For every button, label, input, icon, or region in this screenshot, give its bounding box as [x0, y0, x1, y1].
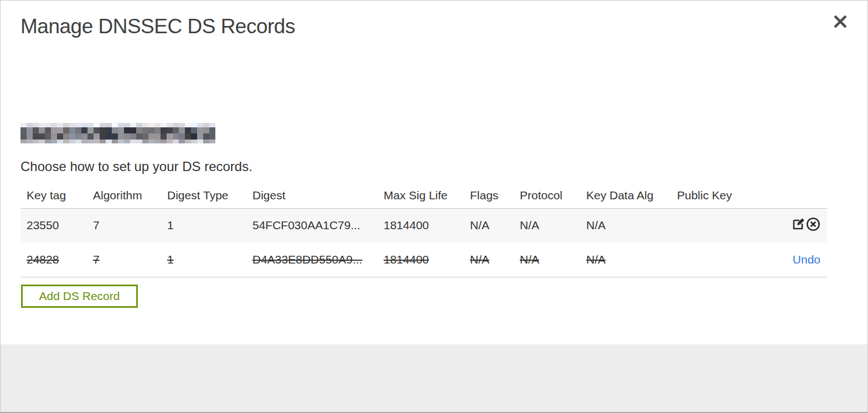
column-header-key-tag: Key tag [20, 183, 87, 208]
cell-text: N/A [520, 219, 539, 231]
cell-max-sig-life: 1814400 [378, 242, 464, 277]
cell-text: 23550 [27, 219, 59, 231]
cell-key-tag: 23550 [20, 208, 87, 242]
close-icon [833, 22, 848, 30]
cell-public-key [671, 208, 737, 242]
cell-key-data-alg: N/A [580, 242, 671, 277]
column-header-protocol: Protocol [514, 183, 580, 208]
cell-text: 1 [167, 219, 174, 231]
cell-key-tag: 24828 [20, 242, 87, 277]
cell-text: 54FCF030AA1C79... [252, 219, 360, 231]
column-header-max-sig-life: Max Sig Life [378, 183, 464, 208]
cell-public-key [671, 242, 737, 277]
cell-flags: N/A [464, 208, 514, 242]
column-header-flags: Flags [464, 183, 514, 208]
modal-footer: Save Cancel [1, 344, 867, 412]
cell-text: 7 [93, 219, 100, 231]
cell-text: 1 [167, 253, 174, 266]
column-header-digest-type: Digest Type [161, 183, 246, 208]
cell-text: N/A [586, 253, 606, 266]
add-ds-record-button[interactable]: Add DS Record [21, 285, 138, 308]
cell-text: N/A [470, 219, 489, 231]
cell-digest-type: 1 [161, 242, 246, 277]
column-header-key-data-alg: Key Data Alg [580, 183, 671, 208]
page-title: Manage DNSSEC DS Records [20, 15, 295, 38]
close-button[interactable] [831, 13, 850, 32]
column-header-public-key: Public Key [671, 183, 737, 208]
cell-text: N/A [586, 219, 606, 231]
cell-text: N/A [470, 253, 489, 266]
cell-text: N/A [520, 253, 539, 266]
delete-icon[interactable] [806, 217, 820, 234]
cell-flags: N/A [464, 242, 514, 277]
cell-actions: Undo [737, 242, 827, 277]
cell-protocol: N/A [514, 242, 580, 277]
table-header-row: Key tagAlgorithmDigest TypeDigestMax Sig… [20, 183, 827, 208]
column-header-actions [737, 183, 827, 208]
dnssec-modal: Manage DNSSEC DS Records Choose how to s… [0, 0, 868, 413]
table-row: 235507154FCF030AA1C79...1814400N/AN/AN/A [20, 208, 827, 242]
instruction-text: Choose how to set up your DS records. [20, 159, 252, 174]
cell-protocol: N/A [514, 208, 580, 242]
cell-text: 7 [93, 253, 100, 266]
cell-text: D4A33E8DD550A9... [252, 253, 362, 266]
cell-digest-type: 1 [161, 208, 246, 242]
edit-icon[interactable] [792, 217, 805, 234]
column-header-algorithm: Algorithm [87, 183, 161, 208]
cell-text: 1814400 [384, 219, 429, 231]
cell-text: 24828 [27, 253, 59, 266]
table-row: 2482871D4A33E8DD550A9...1814400N/AN/AN/A… [20, 242, 827, 277]
redacted-domain-name [20, 123, 215, 143]
ds-records-table: Key tagAlgorithmDigest TypeDigestMax Sig… [20, 183, 827, 277]
cell-digest: D4A33E8DD550A9... [246, 242, 378, 277]
column-header-digest: Digest [246, 183, 378, 208]
cell-text: 1814400 [384, 253, 429, 266]
cell-algorithm: 7 [87, 242, 161, 277]
cell-max-sig-life: 1814400 [378, 208, 464, 242]
cell-key-data-alg: N/A [580, 208, 671, 242]
cell-algorithm: 7 [87, 208, 161, 242]
cell-digest: 54FCF030AA1C79... [246, 208, 378, 242]
cell-actions [737, 208, 827, 242]
undo-link[interactable]: Undo [793, 253, 820, 266]
